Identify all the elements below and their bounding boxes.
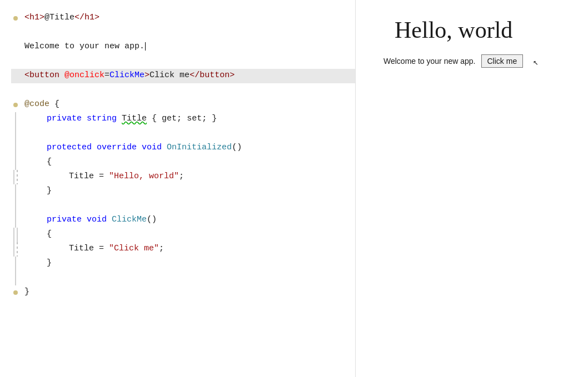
code-line-1: <h1>@Title</h1> [11,11,355,26]
gutter-10 [11,141,20,155]
code-line-19 [11,271,355,285]
code-line-10: protected override void OnInitialized() [11,141,355,155]
code-line-7: @code { [11,98,355,112]
code-line-5: <button @onclick=ClickMe>Click me</butto… [11,69,355,83]
gutter-17 [11,242,20,257]
gutter-dot-7 [13,103,18,107]
code-line-17: Title = "Click me"; [11,242,355,257]
code-content-1: <h1>@Title</h1> [24,11,355,24]
code-line-14 [11,199,355,213]
code-line-4 [11,54,355,69]
code-content-12: Title = "Hello, world"; [69,170,355,183]
code-line-13: } [11,184,355,199]
code-line-11: { [11,155,355,170]
preview-row: Welcome to your new app. Click me ↖ [383,54,539,68]
code-line-15: private void ClickMe() [11,213,355,228]
gutter-14 [11,199,20,213]
preview-welcome-text: Welcome to your new app. [383,57,476,66]
gutter-20 [11,285,20,295]
code-content-3: Welcome to your new app. [24,40,355,53]
code-line-3: Welcome to your new app. [11,40,355,54]
gutter-dot-1 [13,16,18,21]
code-content-13: } [47,184,355,198]
gutter-12 [11,170,20,184]
preview-title: Hello, world [395,17,512,43]
preview-pane: Hello, world Welcome to your new app. Cl… [356,0,588,377]
code-content-20: } [24,285,355,299]
click-me-button[interactable]: Click me [481,54,524,68]
code-content-8: private string Title { get; set; } [47,112,355,125]
code-line-9 [11,127,355,141]
code-content-11: { [47,155,355,169]
gutter-19 [11,271,20,285]
code-content-16: { [47,228,355,241]
code-content-17: Title = "Click me"; [69,242,355,255]
code-content-7: @code { [24,98,355,111]
gutter-9 [11,127,20,141]
gutter-15 [11,213,20,228]
code-content-5: <button @onclick=ClickMe>Click me</butto… [24,69,355,82]
code-line-2 [11,26,355,40]
code-line-18: } [11,257,355,271]
gutter-11 [11,155,20,170]
code-content-10: protected override void OnInitialized() [47,141,355,154]
text-cursor [145,42,146,51]
code-line-16: { [11,228,355,242]
code-line-12: Title = "Hello, world"; [11,170,355,184]
code-content-18: } [47,257,355,270]
gutter-13 [11,184,20,199]
gutter-7 [11,98,20,107]
code-line-6 [11,83,355,98]
code-line-20: } [11,285,355,300]
gutter-18 [11,257,20,271]
code-content-15: private void ClickMe() [47,213,355,227]
code-editor: <h1>@Title</h1> Welcome to your new app.… [0,0,356,377]
gutter-dot-20 [13,290,18,295]
gutter-16 [11,228,20,242]
gutter-1 [11,11,20,21]
gutter-8 [11,112,20,127]
code-line-8: private string Title { get; set; } [11,112,355,127]
mouse-cursor-icon: ↖ [533,57,539,68]
